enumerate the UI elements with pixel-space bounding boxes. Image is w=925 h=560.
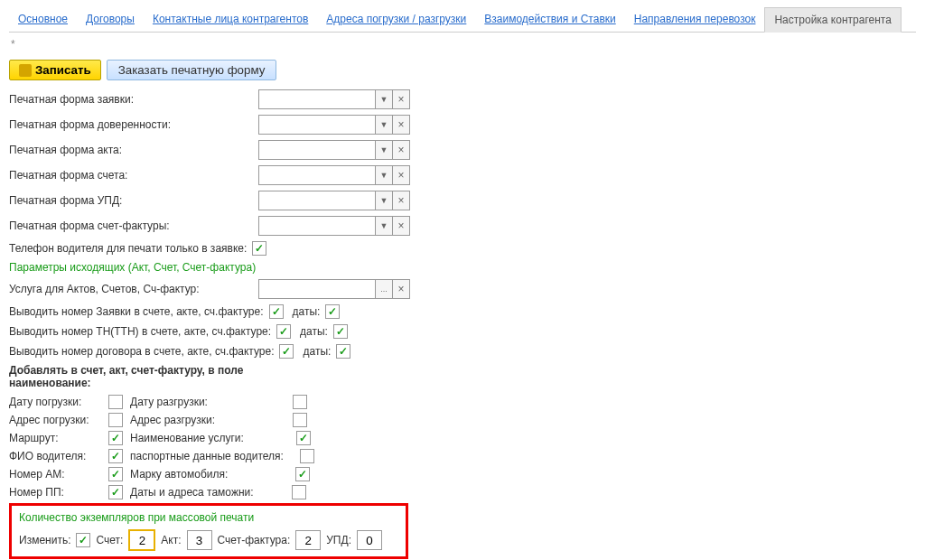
chk-change[interactable] xyxy=(76,533,90,547)
chk-out-contract[interactable] xyxy=(279,344,294,359)
chevron-down-icon[interactable]: ▼ xyxy=(375,217,392,235)
fld-sf[interactable] xyxy=(295,530,321,550)
lbl-form-request: Печатная форма заявки: xyxy=(9,93,253,106)
combo-form-upd[interactable]: ▼× xyxy=(258,191,410,210)
lbl-form-upd: Печатная форма УПД: xyxy=(9,194,253,207)
lbl-service-name: Наименование услуги: xyxy=(130,432,244,444)
chk-out-request-dates[interactable] xyxy=(325,304,340,319)
chevron-down-icon[interactable]: ▼ xyxy=(375,116,392,134)
chk-out-tn[interactable] xyxy=(276,324,291,339)
lbl-form-poa: Печатная форма доверенности: xyxy=(9,118,253,131)
chk-out-tn-dates[interactable] xyxy=(333,324,348,339)
tabs: Основное Договоры Контактные лица контра… xyxy=(9,7,916,33)
lbl-am: Номер АМ: xyxy=(9,468,65,481)
clear-icon[interactable]: × xyxy=(392,191,409,210)
chk-date-unload[interactable] xyxy=(293,395,307,409)
chk-route[interactable] xyxy=(108,431,123,445)
lbl-dates: даты: xyxy=(300,325,328,338)
lbl-form-act: Печатная форма акта: xyxy=(9,144,253,156)
tab-directions[interactable]: Направления перевозок xyxy=(625,7,765,32)
tab-addresses[interactable]: Адреса погрузки / разгрузки xyxy=(317,7,475,32)
chk-date-load[interactable] xyxy=(108,395,123,409)
lbl-addr-load: Адрес погрузки: xyxy=(9,414,89,426)
chevron-down-icon[interactable]: ▼ xyxy=(375,166,392,184)
lbl-pp: Номер ПП: xyxy=(9,486,64,499)
clear-icon[interactable]: × xyxy=(392,217,409,235)
lbl-form-invoice: Печатная форма счета: xyxy=(9,169,253,182)
add-header: Добавлять в счет, акт, счет-фактуру, в п… xyxy=(9,364,280,389)
lbl-addr-unload: Адрес разгрузки: xyxy=(130,414,215,426)
combo-service[interactable]: ...× xyxy=(258,279,410,299)
lbl-change: Изменить: xyxy=(19,534,70,546)
clear-icon[interactable]: × xyxy=(392,141,409,159)
section-copies: Количество экземпляров при массовой печа… xyxy=(19,511,398,524)
lbl-car-brand: Марку автомобиля: xyxy=(130,468,228,481)
combo-form-invoice[interactable]: ▼× xyxy=(258,165,410,185)
fld-akt[interactable] xyxy=(187,530,212,550)
ellipsis-icon[interactable]: ... xyxy=(375,280,392,298)
copies-highlight: Количество экземпляров при массовой печа… xyxy=(9,503,408,559)
lbl-route: Маршрут: xyxy=(9,432,58,444)
modified-star: * xyxy=(11,38,916,51)
lbl-out-contract: Выводить номер договора в счете, акте, с… xyxy=(9,345,274,358)
chk-out-contract-dates[interactable] xyxy=(336,344,350,359)
lbl-customs: Даты и адреса таможни: xyxy=(130,486,254,499)
lbl-out-request: Выводить номер Заявки в счете, акте, сч.… xyxy=(9,305,264,318)
chk-am[interactable] xyxy=(108,467,123,481)
clear-icon[interactable]: × xyxy=(392,116,409,134)
lbl-upd: УПД: xyxy=(326,534,351,546)
clear-icon[interactable]: × xyxy=(392,280,409,298)
fld-upd[interactable] xyxy=(357,530,382,550)
combo-form-poa[interactable]: ▼× xyxy=(258,115,410,135)
chk-addr-unload[interactable] xyxy=(293,413,307,427)
clear-icon[interactable]: × xyxy=(392,90,409,108)
chevron-down-icon[interactable]: ▼ xyxy=(375,90,392,108)
tab-contracts[interactable]: Договоры xyxy=(77,7,144,32)
lbl-dates: даты: xyxy=(293,305,321,318)
lbl-dates: даты: xyxy=(303,345,331,358)
tab-main[interactable]: Основное xyxy=(9,7,77,32)
save-icon xyxy=(19,64,32,77)
chk-passport[interactable] xyxy=(300,449,314,463)
chk-driver-phone[interactable] xyxy=(252,241,266,256)
lbl-driver-fio: ФИО водителя: xyxy=(9,450,86,462)
chk-pp[interactable] xyxy=(108,485,123,499)
tab-settings[interactable]: Настройка контрагента xyxy=(764,7,901,33)
lbl-date-load: Дату погрузки: xyxy=(9,396,81,408)
lbl-akt: Акт: xyxy=(161,534,181,546)
fld-schet[interactable] xyxy=(128,529,155,551)
chk-service-name[interactable] xyxy=(296,431,311,445)
lbl-date-unload: Дату разгрузки: xyxy=(130,396,208,408)
tab-contacts[interactable]: Контактные лица контрагентов xyxy=(144,7,317,32)
lbl-form-sf: Печатная форма счет-фактуры: xyxy=(9,219,253,232)
lbl-sf: Счет-фактура: xyxy=(218,534,291,546)
lbl-driver-phone: Телефон водителя для печати только в зая… xyxy=(9,242,247,255)
combo-form-sf[interactable]: ▼× xyxy=(258,216,410,236)
chk-customs[interactable] xyxy=(292,485,306,499)
chk-car-brand[interactable] xyxy=(295,467,310,481)
combo-form-request[interactable]: ▼× xyxy=(258,89,410,109)
save-button[interactable]: Записать xyxy=(9,60,101,80)
chevron-down-icon[interactable]: ▼ xyxy=(375,141,392,159)
order-print-button[interactable]: Заказать печатную форму xyxy=(107,60,277,80)
section-outgoing: Параметры исходящих (Акт, Счет, Счет-фак… xyxy=(9,261,916,274)
lbl-service: Услуга для Актов, Счетов, Сч-фактур: xyxy=(9,283,253,295)
clear-icon[interactable]: × xyxy=(392,166,409,184)
lbl-out-tn: Выводить номер ТН(ТТН) в счете, акте, сч… xyxy=(9,325,271,338)
combo-form-act[interactable]: ▼× xyxy=(258,140,410,160)
lbl-schet: Счет: xyxy=(96,534,123,546)
chevron-down-icon[interactable]: ▼ xyxy=(375,191,392,210)
chk-driver-fio[interactable] xyxy=(108,449,123,463)
chk-addr-load[interactable] xyxy=(108,413,123,427)
lbl-passport: паспортные данные водителя: xyxy=(130,450,284,462)
chk-out-request[interactable] xyxy=(269,304,284,319)
tab-rates[interactable]: Взаимодействия и Ставки xyxy=(475,7,624,32)
toolbar: Записать Заказать печатную форму xyxy=(9,60,916,80)
